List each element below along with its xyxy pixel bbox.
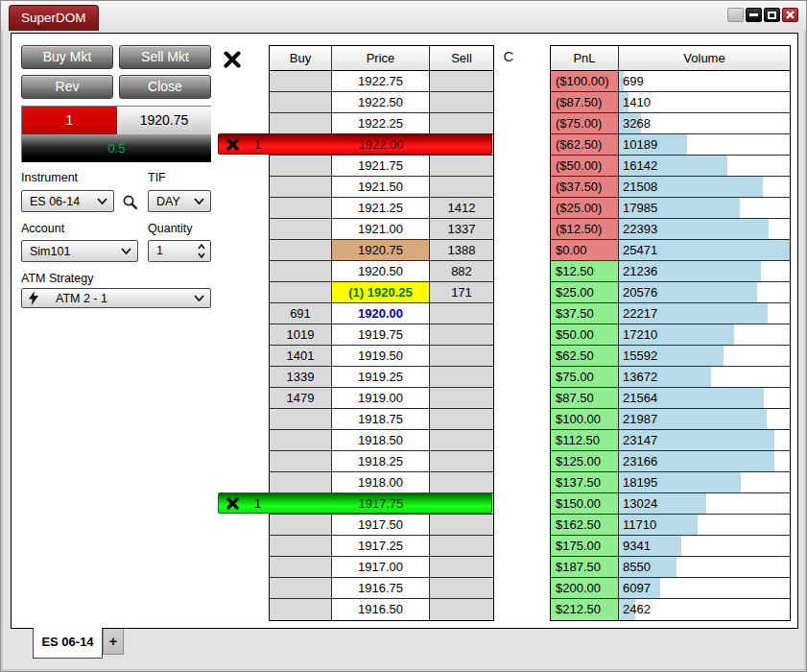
order-cancel-button[interactable] [226,497,239,510]
dom-sell-cell[interactable] [430,303,493,324]
buy-mkt-button[interactable]: Buy Mkt [21,45,113,69]
tab-es-06-14[interactable]: ES 06-14 [33,628,103,659]
dom-buy-cell[interactable] [270,92,332,113]
dom-sell-cell[interactable] [430,451,493,472]
dom-price-cell[interactable]: 1922.25 [332,113,430,134]
dom-sell-cell[interactable] [430,92,493,113]
dom-price-cell[interactable]: 1922.75 [332,71,430,92]
dom-price-cell[interactable]: 1918.25 [332,451,430,472]
dom-price-cell[interactable]: 1917.25 [332,536,430,557]
cancel-all-orders-button[interactable] [222,49,243,70]
quantity-stepper[interactable]: 1 [148,240,211,262]
dom-price-cell[interactable]: 1921.50 [332,177,430,198]
rev-button[interactable]: Rev [21,75,113,99]
dom-buy-cell[interactable] [270,557,332,578]
dom-buy-cell[interactable] [270,536,332,557]
dom-sell-cell[interactable]: 1412 [430,198,493,219]
sell-column-header[interactable]: Sell [430,46,493,70]
account-select[interactable]: Sim101 [21,240,138,262]
dom-price-cell[interactable]: 1921.25 [332,198,430,219]
dom-sell-cell[interactable] [430,388,493,409]
dom-price-cell[interactable]: 1916.50 [332,599,430,620]
dom-buy-cell[interactable] [270,261,332,282]
dom-sell-cell[interactable] [430,113,493,134]
dom-buy-cell[interactable] [270,282,332,303]
buy-column-header[interactable]: Buy [270,46,332,70]
dom-price-cell[interactable]: 1919.25 [332,367,430,388]
dom-price-cell[interactable]: 1917.50 [332,515,430,536]
titlebar[interactable]: SuperDOM [1,1,806,31]
dom-buy-cell[interactable]: 1019 [270,324,332,346]
dom-sell-cell[interactable] [430,177,493,198]
add-tab-button[interactable]: + [103,629,124,655]
dom-price-cell[interactable]: 1919.75 [332,324,430,346]
dom-price-cell[interactable]: 1920.75 [332,240,430,261]
dom-price-cell[interactable]: (1) 1920.25 [332,282,430,303]
dom-buy-cell[interactable] [270,240,332,261]
minimize-button[interactable] [746,8,762,22]
dom-sell-cell[interactable] [430,430,493,451]
dom-price-cell[interactable]: 1918.50 [332,430,430,451]
dom-price-cell[interactable]: 1919.00 [332,388,430,409]
dom-sell-cell[interactable] [430,515,493,536]
dom-buy-cell[interactable]: 691 [270,303,332,324]
dom-sell-cell[interactable] [430,578,493,599]
dom-price-cell[interactable]: 1918.00 [332,472,430,493]
dom-buy-cell[interactable] [270,113,332,134]
dom-buy-cell[interactable] [270,472,332,493]
dom-sell-cell[interactable] [430,599,493,620]
volume-column-header[interactable]: Volume [619,46,790,70]
close-position-button[interactable]: Close [119,75,211,99]
close-button[interactable] [782,8,798,22]
dom-sell-cell[interactable]: 1388 [430,240,493,261]
tif-select[interactable]: DAY [148,190,211,212]
window-extra-button[interactable] [727,8,744,22]
buy-order-band[interactable]: 11917.75 [218,492,492,514]
dom-sell-cell[interactable] [430,557,493,578]
dom-buy-cell[interactable]: 1479 [270,388,332,409]
dom-price-cell[interactable]: 1919.50 [332,346,430,367]
dom-price-cell[interactable]: 1920.00 [332,303,430,324]
dom-sell-cell[interactable]: 1337 [430,219,493,240]
dom-price-cell[interactable]: 1917.00 [332,557,430,578]
dom-sell-cell[interactable] [430,71,493,92]
dom-sell-cell[interactable] [430,472,493,493]
dom-buy-cell[interactable]: 1401 [270,346,332,367]
dom-sell-cell[interactable] [430,156,493,177]
dom-sell-cell[interactable] [430,324,493,346]
dom-buy-cell[interactable] [270,578,332,599]
maximize-button[interactable] [764,8,780,22]
dom-sell-cell[interactable] [430,409,493,430]
dom-buy-cell[interactable] [270,71,332,92]
atm-strategy-select[interactable]: ATM 2 - 1 [21,288,211,308]
price-column-header[interactable]: Price [332,46,430,70]
pnl-column-header[interactable]: PnL [551,46,619,70]
dom-buy-cell[interactable] [270,409,332,430]
sell-order-band[interactable]: 11922.00 [218,133,492,155]
dom-sell-cell[interactable]: 171 [430,282,493,303]
dom-buy-cell[interactable] [270,599,332,620]
dom-sell-cell[interactable]: 882 [430,261,493,282]
dom-sell-cell[interactable] [430,367,493,388]
dom-buy-cell[interactable] [270,515,332,536]
quantity-down-button[interactable] [196,251,207,260]
dom-buy-cell[interactable] [270,430,332,451]
instrument-select[interactable]: ES 06-14 [21,190,114,212]
order-cancel-button[interactable] [226,138,239,151]
dom-buy-cell[interactable] [270,219,332,240]
dom-buy-cell[interactable] [270,156,332,177]
window-title[interactable]: SuperDOM [9,5,99,31]
dom-price-cell[interactable]: 1921.00 [332,219,430,240]
dom-sell-cell[interactable] [430,346,493,367]
dom-price-cell[interactable]: 1922.50 [332,92,430,113]
dom-sell-cell[interactable] [430,536,493,557]
dom-price-cell[interactable]: 1916.75 [332,578,430,599]
center-button[interactable]: C [499,47,518,66]
dom-price-cell[interactable]: 1918.75 [332,409,430,430]
dom-buy-cell[interactable] [270,177,332,198]
dom-buy-cell[interactable]: 1339 [270,367,332,388]
dom-price-cell[interactable]: 1920.50 [332,261,430,282]
sell-mkt-button[interactable]: Sell Mkt [119,45,211,69]
dom-buy-cell[interactable] [270,198,332,219]
dom-price-cell[interactable]: 1921.75 [332,156,430,177]
